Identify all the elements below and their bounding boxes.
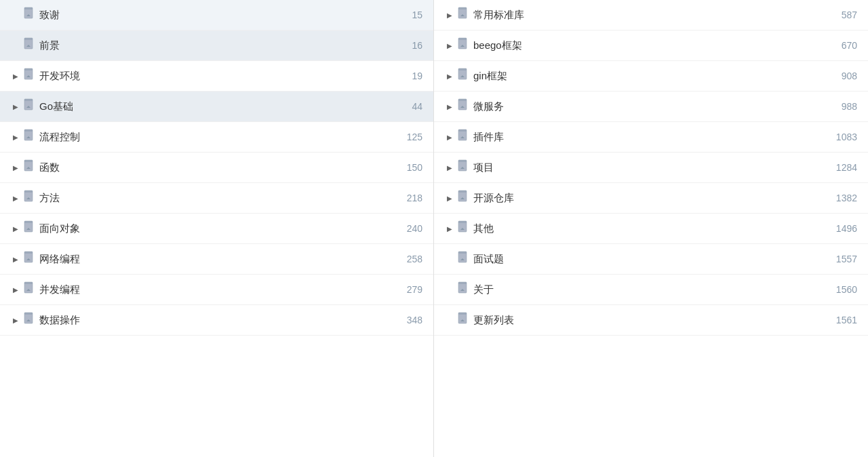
expand-arrow-icon[interactable]: ▶ xyxy=(11,102,20,111)
expand-arrow-icon[interactable]: ▶ xyxy=(11,224,20,233)
toc-item-gojichu[interactable]: ▶ Go基础44 xyxy=(0,92,433,122)
page-number: 1496 xyxy=(836,223,857,234)
bookmark-icon xyxy=(23,7,39,23)
toc-label: gin框架 xyxy=(473,70,836,83)
toc-item-beego[interactable]: ▶ beego框架670 xyxy=(434,31,868,61)
page-number: 1560 xyxy=(836,284,857,295)
bookmark-icon xyxy=(457,159,473,176)
expand-arrow-icon[interactable]: ▶ xyxy=(11,132,20,142)
expand-arrow-icon[interactable]: ▶ xyxy=(11,193,20,203)
toc-item-guanyu[interactable]: 关于1560 xyxy=(434,275,868,305)
toc-item-kaifa[interactable]: ▶ 开发环境19 xyxy=(0,61,433,92)
toc-item-chajian[interactable]: ▶ 插件库1083 xyxy=(434,122,868,153)
expand-arrow-icon[interactable]: ▶ xyxy=(11,71,20,81)
page-number: 44 xyxy=(412,101,422,112)
toc-item-bingfa[interactable]: ▶ 并发编程279 xyxy=(0,275,433,305)
toc-label: 致谢 xyxy=(39,9,406,22)
toc-label: Go基础 xyxy=(39,100,406,113)
expand-arrow-icon[interactable]: ▶ xyxy=(445,224,454,233)
svg-rect-41 xyxy=(458,282,467,284)
expand-arrow-icon[interactable]: ▶ xyxy=(11,254,20,264)
expand-arrow-icon[interactable]: ▶ xyxy=(11,163,20,172)
page-number: 988 xyxy=(842,101,857,112)
page-number: 908 xyxy=(842,71,857,81)
toc-item-gin[interactable]: ▶ gin框架908 xyxy=(434,61,868,92)
toc-item-zhixie[interactable]: 致谢15 xyxy=(0,0,433,31)
toc-item-liucheng[interactable]: ▶ 流程控制125 xyxy=(0,122,433,153)
toc-label: 并发编程 xyxy=(39,283,401,296)
bookmark-icon xyxy=(457,7,473,23)
svg-rect-25 xyxy=(458,38,467,40)
svg-rect-11 xyxy=(24,160,33,162)
page-number: 1083 xyxy=(836,132,857,142)
svg-rect-43 xyxy=(458,313,467,315)
toc-label: 项目 xyxy=(473,161,831,174)
page-number: 150 xyxy=(407,162,422,173)
page-number: 348 xyxy=(407,315,422,325)
expand-arrow-icon[interactable]: ▶ xyxy=(11,315,20,325)
toc-label: 前景 xyxy=(39,39,406,52)
toc-item-qianjing[interactable]: 前景16 xyxy=(0,31,433,61)
toc-item-gengxin[interactable]: 更新列表1561 xyxy=(434,305,868,336)
toc-label: 面向对象 xyxy=(39,222,401,235)
expand-arrow-icon[interactable]: ▶ xyxy=(445,132,454,142)
svg-rect-21 xyxy=(24,313,33,315)
expand-arrow-icon[interactable]: ▶ xyxy=(445,71,454,81)
svg-rect-33 xyxy=(458,160,467,162)
expand-arrow-icon[interactable]: ▶ xyxy=(445,163,454,172)
toc-label: 开源仓库 xyxy=(473,192,831,205)
svg-rect-7 xyxy=(24,99,33,101)
toc-item-weifw[interactable]: ▶ 微服务988 xyxy=(434,92,868,122)
svg-rect-31 xyxy=(458,130,467,132)
toc-label: 网络编程 xyxy=(39,253,401,266)
bookmark-icon xyxy=(23,251,39,267)
bookmark-icon xyxy=(23,68,39,84)
toc-item-changyong[interactable]: ▶ 常用标准库587 xyxy=(434,0,868,31)
toc-label: 流程控制 xyxy=(39,131,401,144)
toc-label: 函数 xyxy=(39,161,401,174)
toc-item-mianxiang[interactable]: ▶ 面向对象240 xyxy=(0,214,433,244)
toc-item-xiangmu[interactable]: ▶ 项目1284 xyxy=(434,153,868,183)
svg-rect-1 xyxy=(24,7,33,9)
page-number: 15 xyxy=(412,9,422,20)
toc-item-qita[interactable]: ▶ 其他1496 xyxy=(434,214,868,244)
expand-arrow-icon[interactable]: ▶ xyxy=(11,285,20,294)
page-number: 279 xyxy=(407,284,422,295)
toc-label: 更新列表 xyxy=(473,314,831,327)
expand-arrow-icon[interactable]: ▶ xyxy=(445,102,454,111)
toc-item-mianshi[interactable]: 面试题1557 xyxy=(434,244,868,275)
toc-label: 开发环境 xyxy=(39,70,406,83)
bookmark-icon xyxy=(23,281,39,298)
toc-item-fangfa[interactable]: ▶ 方法218 xyxy=(0,183,433,214)
bookmark-icon xyxy=(23,159,39,176)
toc-item-wangluo[interactable]: ▶ 网络编程258 xyxy=(0,244,433,275)
svg-rect-9 xyxy=(24,130,33,132)
svg-rect-35 xyxy=(458,191,467,193)
page-number: 240 xyxy=(407,223,422,234)
page-number: 125 xyxy=(407,132,422,142)
bookmark-icon xyxy=(23,37,39,54)
svg-rect-3 xyxy=(24,38,33,40)
page-number: 587 xyxy=(842,9,857,20)
expand-arrow-icon[interactable]: ▶ xyxy=(445,41,454,50)
page-number: 1557 xyxy=(836,254,857,264)
page-number: 258 xyxy=(407,254,422,264)
svg-rect-37 xyxy=(458,221,467,223)
svg-rect-13 xyxy=(24,191,33,193)
toc-item-shuju[interactable]: ▶ 数据操作348 xyxy=(0,305,433,336)
expand-arrow-icon[interactable]: ▶ xyxy=(445,193,454,203)
page-number: 19 xyxy=(412,71,422,81)
bookmark-icon xyxy=(23,220,39,237)
bookmark-icon xyxy=(23,190,39,206)
toc-label: 方法 xyxy=(39,192,401,205)
toc-label: 其他 xyxy=(473,222,831,235)
toc-label: 微服务 xyxy=(473,100,836,113)
toc-item-kaiyuan[interactable]: ▶ 开源仓库1382 xyxy=(434,183,868,214)
toc-label: 关于 xyxy=(473,283,831,296)
toc-item-hanshu[interactable]: ▶ 函数150 xyxy=(0,153,433,183)
page-number: 1561 xyxy=(836,315,857,325)
svg-rect-5 xyxy=(24,68,33,71)
toc-label: 插件库 xyxy=(473,131,831,144)
bookmark-icon xyxy=(457,68,473,84)
expand-arrow-icon[interactable]: ▶ xyxy=(445,10,454,20)
